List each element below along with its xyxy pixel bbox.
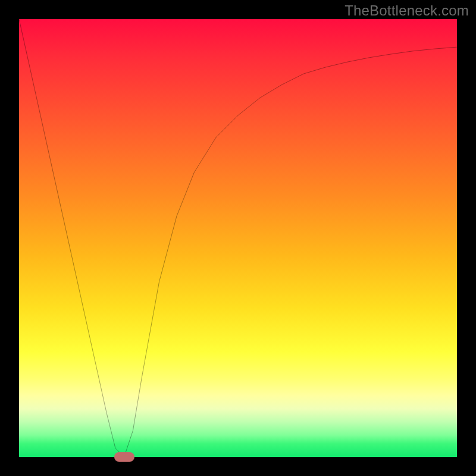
plot-area bbox=[19, 19, 457, 457]
curve-layer bbox=[19, 19, 457, 457]
bottleneck-curve bbox=[19, 19, 457, 457]
chart-frame: TheBottleneck.com bbox=[0, 0, 476, 476]
watermark-text: TheBottleneck.com bbox=[345, 2, 469, 19]
bottleneck-marker bbox=[114, 452, 134, 462]
